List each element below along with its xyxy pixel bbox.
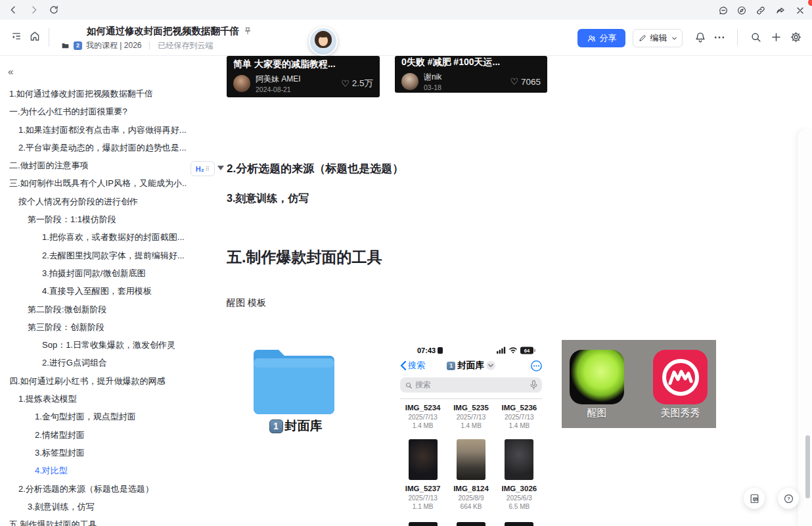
- doc-heading-3: 3.刻意训练，仿写: [227, 192, 309, 206]
- pin-icon[interactable]: [243, 26, 252, 36]
- breadcrumb[interactable]: 2 我的课程 | 2026 已经保存到云端: [61, 39, 278, 51]
- file-date: 2025/7/13: [408, 413, 438, 421]
- plus-icon[interactable]: [770, 31, 782, 43]
- file-item[interactable]: IMG_30262025/6/36.5 MB: [495, 439, 543, 511]
- file-size: 1.1 MB: [413, 502, 434, 511]
- file-thumbnail: [505, 522, 533, 526]
- lock-icon: [438, 347, 443, 354]
- app-hypic[interactable]: 醒图: [570, 350, 624, 419]
- file-date: 2025/8/9: [459, 494, 484, 502]
- outline-item[interactable]: 3.拍摄封面同款/微创新底图: [0, 264, 187, 282]
- svg-text:?: ?: [787, 496, 790, 502]
- outline-item[interactable]: 1.把你喜欢，或者数据好的封面截图...: [0, 228, 187, 246]
- outline-item[interactable]: 三.如何制作出既具有个人IP风格，又能成为小...: [0, 174, 187, 192]
- bell-icon[interactable]: [694, 31, 707, 44]
- folder-image[interactable]: 1 封面库: [252, 345, 340, 435]
- video-card[interactable]: 简单 大家要的减脂教程... 阿美妹 AMEI 2024-08-21 ♡2.5万: [227, 56, 380, 97]
- folder-icon: [61, 41, 70, 50]
- outline-item[interactable]: 2.情绪型封面: [0, 426, 187, 444]
- avatar[interactable]: [309, 27, 338, 56]
- video-card[interactable]: 0失败 #减肥 #100天运... 谢nik 03-18 ♡7065: [395, 56, 547, 93]
- file-item[interactable]: IMG_52342025/7/131.4 MB: [399, 403, 447, 430]
- heading-collapse-arrow[interactable]: [217, 166, 224, 170]
- outline-toggle-icon[interactable]: [11, 30, 22, 42]
- outline-item[interactable]: 3.刻意训练，仿写: [0, 498, 187, 515]
- edit-button-label: 编辑: [650, 32, 667, 44]
- outline-item[interactable]: 第一阶段：1:1模仿阶段: [0, 210, 187, 228]
- outline-item[interactable]: 1.如果连封面都没有点击率，内容做得再好...: [0, 121, 187, 139]
- help-button[interactable]: ?: [778, 488, 799, 509]
- feedback-button[interactable]: [744, 488, 765, 509]
- folder-icon: [254, 345, 338, 414]
- file-date: 2025/7/13: [457, 413, 486, 421]
- outline-item[interactable]: 二.做封面的注意事项: [0, 156, 187, 174]
- file-item[interactable]: IMG_52352025/7/131.4 MB: [447, 403, 495, 430]
- file-item[interactable]: IMG_81242025/8/9664 KB: [447, 439, 495, 511]
- file-grid: IMG_52342025/7/131.4 MBIMG_52352025/7/13…: [395, 403, 547, 526]
- outline-item[interactable]: 2.平台审美是动态的，爆款封面的趋势也是...: [0, 139, 187, 156]
- file-size: 1.4 MB: [461, 421, 482, 430]
- svg-text:64: 64: [524, 347, 530, 353]
- search-field[interactable]: 搜索: [400, 377, 542, 393]
- comment-icon[interactable]: [718, 5, 729, 16]
- gear-icon[interactable]: [790, 31, 802, 43]
- outline-item[interactable]: 2.去醒图里找同款字体，提前编辑好...: [0, 247, 187, 264]
- more-icon[interactable]: [713, 31, 726, 44]
- outline-item[interactable]: 2.分析选题的来源（标题也是选题）: [0, 480, 187, 498]
- search-icon[interactable]: [750, 31, 762, 43]
- file-item[interactable]: [447, 522, 495, 526]
- link-icon[interactable]: [756, 5, 766, 16]
- outline-item[interactable]: 第三阶段：创新阶段: [0, 318, 187, 336]
- outline-item[interactable]: 五.制作爆款封面的工具: [0, 515, 187, 526]
- file-item[interactable]: [399, 522, 447, 526]
- file-size: 6.5 MB: [508, 502, 530, 511]
- file-item[interactable]: IMG_52362025/7/131.4 MB: [495, 403, 543, 430]
- chevron-left-icon: [400, 361, 407, 370]
- mic-icon[interactable]: [530, 380, 537, 390]
- file-item[interactable]: [495, 522, 543, 526]
- video-date: 2024-08-21: [256, 85, 301, 93]
- outline-item[interactable]: 3.标签型封面: [0, 444, 187, 462]
- outline-item[interactable]: 1.如何通过修改封面把视频数据翻千倍: [0, 85, 187, 103]
- forward-icon[interactable]: [29, 5, 39, 15]
- edit-button[interactable]: 编辑: [633, 29, 683, 47]
- outline-item[interactable]: 2.进行G点词组合: [0, 354, 187, 371]
- drag-handle-icon: ⠿: [206, 166, 210, 172]
- back-icon[interactable]: [8, 5, 18, 15]
- outline-item[interactable]: 1.提炼表达模型: [0, 390, 187, 408]
- scrollbar-thumb[interactable]: [805, 435, 810, 498]
- outline-item[interactable]: 1.金句型封面，观点型封面: [0, 408, 187, 425]
- outline-item[interactable]: 第二阶段:微创新阶段: [0, 300, 187, 318]
- compass-icon[interactable]: [736, 5, 747, 16]
- video-title: 简单 大家要的减脂教程...: [233, 59, 373, 70]
- block-type-handle[interactable]: H₂ ⠿: [191, 161, 215, 176]
- file-thumbnail: [505, 439, 533, 480]
- close-icon[interactable]: [795, 5, 805, 16]
- file-row: IMG_52342025/7/131.4 MBIMG_52352025/7/13…: [399, 403, 543, 430]
- back-button[interactable]: 搜索: [400, 360, 425, 371]
- heart-icon: ♡: [341, 78, 350, 89]
- phone-nav-bar: 搜索 1 封面库: [395, 357, 547, 374]
- like-count: 2.5万: [352, 78, 373, 89]
- file-name: IMG_3026: [501, 484, 537, 493]
- saved-status: 已经保存到云端: [158, 40, 213, 51]
- file-item[interactable]: IMG_52372025/7/131.1 MB: [399, 439, 447, 511]
- outline-item[interactable]: 按个人情况有分阶段的进行创作: [0, 193, 187, 210]
- home-icon[interactable]: [29, 30, 41, 42]
- outline-item[interactable]: 四.如何通过刷小红书，提升做爆款的网感: [0, 372, 187, 390]
- share-button[interactable]: 分享: [577, 29, 625, 47]
- collapse-sidebar-button[interactable]: «: [8, 66, 13, 76]
- app-meitu[interactable]: 美图秀秀: [653, 350, 708, 419]
- breadcrumb-path: 我的课程 | 2026: [86, 40, 141, 51]
- more-options-button[interactable]: [531, 360, 542, 371]
- file-size: 1.4 MB: [508, 421, 530, 430]
- author-avatar: [233, 75, 250, 92]
- outline-item[interactable]: Sop：1.日常收集爆款，激发创作灵: [0, 336, 187, 354]
- file-name: IMG_5234: [405, 403, 441, 412]
- reload-icon[interactable]: [49, 5, 59, 15]
- outline-item[interactable]: 4.直接导入至醒图，套用模板: [0, 282, 187, 300]
- outline-item[interactable]: 一.为什么小红书的封面很重要?: [0, 103, 187, 120]
- share-arrow-icon[interactable]: [775, 5, 786, 16]
- outline-item[interactable]: 4.对比型: [0, 462, 187, 479]
- folder-title-text: 封面库: [457, 360, 484, 371]
